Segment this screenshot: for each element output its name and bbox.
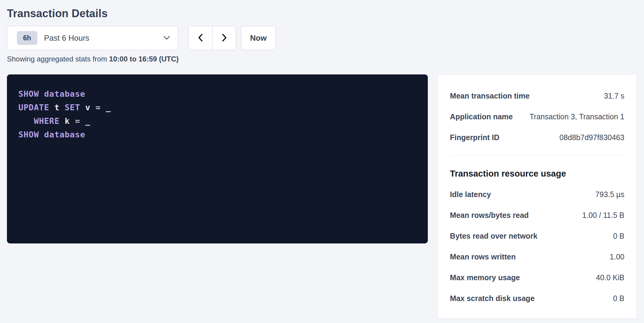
resource-usage-heading: Transaction resource usage (450, 168, 624, 180)
kv-value: 08d8b7d97f830463 (559, 133, 624, 142)
details-card: Mean transaction time 31.7 s Application… (437, 74, 637, 319)
kv-label: Application name (450, 112, 517, 121)
kv-row-idle-latency: Idle latency 793.5 µs (450, 184, 624, 205)
aggregated-stats-prefix: Showing aggregated stats from (7, 55, 109, 63)
kv-row-mean-transaction-time: Mean transaction time 31.7 s (450, 86, 624, 106)
time-picker-toolbar: 6h Past 6 Hours Now (7, 26, 637, 50)
section-divider (450, 155, 624, 155)
kv-value: 793.5 µs (595, 190, 624, 199)
sql-line: UPDATE t SET v = _ (18, 101, 419, 114)
prev-time-button[interactable] (189, 26, 212, 50)
kv-value: 0 B (613, 232, 624, 240)
kv-row-fingerprint-id: Fingerprint ID 08d8b7d97f830463 (450, 127, 624, 148)
kv-row-mean-rows-written: Mean rows written 1.00 (450, 246, 624, 267)
sql-code: SHOW databaseUPDATE t SET v = _ WHERE k … (18, 87, 419, 141)
sql-line: SHOW database (18, 87, 419, 101)
aggregated-stats-text: Showing aggregated stats from 10:00 to 1… (7, 55, 637, 63)
chevron-down-icon (163, 36, 171, 40)
next-time-button[interactable] (212, 26, 236, 50)
kv-value: Transaction 3, Transaction 1 (529, 112, 624, 121)
sql-line: WHERE k = _ (18, 114, 419, 128)
time-step-button-group (188, 26, 236, 50)
sql-statements-box: SHOW databaseUPDATE t SET v = _ WHERE k … (7, 74, 428, 243)
kv-value: 40.0 KiB (596, 273, 624, 282)
kv-row-max-scratch-disk-usage: Max scratch disk usage 0 B (450, 288, 624, 309)
now-button[interactable]: Now (241, 26, 276, 50)
kv-value: 1.00 (610, 252, 624, 261)
kv-row-application-name: Application name Transaction 3, Transact… (450, 106, 624, 127)
time-range-dropdown[interactable]: 6h Past 6 Hours (7, 26, 178, 50)
kv-label: Max scratch disk usage (450, 294, 539, 303)
content-columns: SHOW databaseUPDATE t SET v = _ WHERE k … (7, 74, 637, 319)
kv-value: 0 B (613, 294, 624, 303)
kv-label: Fingerprint ID (450, 133, 504, 142)
kv-label: Mean rows/bytes read (450, 211, 533, 220)
transaction-details-page: Transaction Details 6h Past 6 Hours Now … (0, 0, 644, 319)
kv-row-max-memory-usage: Max memory usage 40.0 KiB (450, 267, 624, 288)
page-title: Transaction Details (7, 8, 637, 19)
kv-row-mean-rows-bytes-read: Mean rows/bytes read 1.00 / 11.5 B (450, 205, 624, 226)
kv-label: Bytes read over network (450, 232, 542, 240)
time-range-label: Past 6 Hours (44, 33, 89, 43)
kv-label: Mean rows written (450, 252, 520, 261)
kv-value: 1.00 / 11.5 B (582, 211, 624, 220)
kv-label: Max memory usage (450, 273, 525, 282)
time-range-badge: 6h (17, 31, 37, 45)
kv-label: Idle latency (450, 190, 496, 199)
aggregated-stats-range: 10:00 to 16:59 (UTC) (109, 55, 179, 63)
chevron-right-icon (221, 33, 228, 43)
kv-value: 31.7 s (604, 92, 624, 100)
sql-line: SHOW database (18, 128, 419, 141)
kv-row-bytes-read-over-network: Bytes read over network 0 B (450, 226, 624, 246)
kv-label: Mean transaction time (450, 92, 534, 100)
chevron-left-icon (197, 33, 204, 43)
